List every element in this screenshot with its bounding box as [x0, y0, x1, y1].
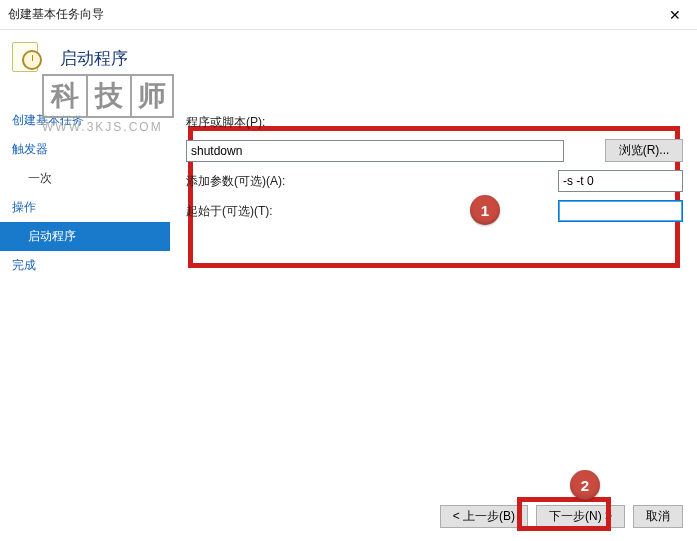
- back-button[interactable]: < 上一步(B): [440, 505, 528, 528]
- sidebar-item-start-program[interactable]: 启动程序: [0, 222, 170, 251]
- sidebar-item-action[interactable]: 操作: [0, 193, 170, 222]
- sidebar-item-create-task[interactable]: 创建基本任务: [0, 106, 170, 135]
- titlebar: 创建基本任务向导 ✕: [0, 0, 697, 30]
- startin-input[interactable]: [558, 200, 683, 222]
- wizard-header: 启动程序: [0, 30, 697, 94]
- script-input[interactable]: [186, 140, 564, 162]
- script-label: 程序或脚本(P):: [186, 114, 683, 131]
- wizard-content: 程序或脚本(P): 浏览(R)... 添加参数(可选)(A): 起始于(可选)(…: [170, 100, 697, 491]
- close-icon[interactable]: ✕: [653, 0, 697, 30]
- next-button[interactable]: 下一步(N) >: [536, 505, 625, 528]
- wizard-steps-sidebar: 创建基本任务 触发器 一次 操作 启动程序 完成: [0, 100, 170, 491]
- wizard-icon: [10, 40, 46, 76]
- startin-label: 起始于(可选)(T):: [186, 203, 506, 220]
- args-input[interactable]: [558, 170, 683, 192]
- window-title: 创建基本任务向导: [8, 6, 104, 23]
- sidebar-item-trigger[interactable]: 触发器: [0, 135, 170, 164]
- cancel-button[interactable]: 取消: [633, 505, 683, 528]
- browse-button[interactable]: 浏览(R)...: [605, 139, 683, 162]
- wizard-footer: < 上一步(B) 下一步(N) > 取消: [0, 491, 697, 541]
- annotation-badge-1: 1: [470, 195, 500, 225]
- annotation-badge-2: 2: [570, 470, 600, 500]
- page-title: 启动程序: [60, 47, 128, 70]
- sidebar-item-finish[interactable]: 完成: [0, 251, 170, 280]
- args-label: 添加参数(可选)(A):: [186, 173, 506, 190]
- sidebar-item-once[interactable]: 一次: [0, 164, 170, 193]
